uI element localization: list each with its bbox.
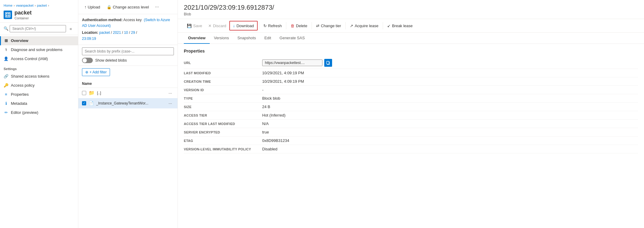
prop-val-type: Block blob <box>262 96 638 101</box>
copy-url-button[interactable] <box>324 59 332 67</box>
tab-snapshots[interactable]: Snapshots <box>233 33 260 44</box>
svg-rect-2 <box>8 13 10 14</box>
toggle-knob <box>83 58 87 63</box>
middle-pane: ↑ Upload 🔒 Change access level ··· Authe… <box>78 0 178 228</box>
delete-button[interactable]: 🗑 Delete <box>287 22 310 30</box>
download-button[interactable]: ↓ Download <box>229 21 258 31</box>
prop-row-creation-time: CREATION TIME 10/29/2021, 4:09:19 PM <box>184 77 638 86</box>
prop-val-access-tier: Hot (Inferred) <box>262 113 638 117</box>
folder-icon: 📁 <box>89 90 95 96</box>
save-button[interactable]: 💾 Save <box>184 22 205 30</box>
location-2021[interactable]: 2021 <box>113 31 121 35</box>
auth-row: Authentication method: Access key (Switc… <box>82 17 174 29</box>
break-lease-button[interactable]: ↙ Break lease <box>384 22 416 30</box>
file-checkbox-blob1[interactable] <box>82 101 86 105</box>
grid-icon: ⊞ <box>4 38 8 43</box>
name-col-label: Name <box>82 82 92 86</box>
blob-search-input[interactable] <box>82 47 174 55</box>
discard-icon: ✕ <box>208 24 212 28</box>
blob-icon: 📄 <box>89 101 94 106</box>
tab-edit[interactable]: Edit <box>260 33 275 44</box>
prop-val-immutability: Disabled <box>262 147 638 151</box>
acquire-lease-label: Acquire lease <box>355 24 379 28</box>
save-label: Save <box>193 24 202 28</box>
sidebar-item-diagnose[interactable]: ⚕ Diagnose and solve problems <box>0 45 78 54</box>
url-value: https://vwanpackettest.... <box>262 59 322 66</box>
break-lease-label: Break lease <box>392 24 413 28</box>
acquire-lease-button[interactable]: ↗ Acquire lease <box>347 22 382 30</box>
add-filter-button[interactable]: ⊕ + Add filter <box>82 68 110 76</box>
tab-overview[interactable]: Overview <box>184 33 210 44</box>
sidebar-item-label-metadata: Metadata <box>11 101 27 106</box>
prop-key-server-encrypted: SERVER ENCRYPTED <box>184 130 262 134</box>
change-tier-button[interactable]: ⇄ Change tier <box>313 22 344 30</box>
sidebar-item-metadata[interactable]: ℹ Metadata <box>0 99 78 108</box>
tab-generate-sas[interactable]: Generate SAS <box>275 33 309 44</box>
stethoscope-icon: ⚕ <box>4 47 8 52</box>
search-input[interactable] <box>10 25 66 32</box>
location-10[interactable]: 10 <box>124 31 128 35</box>
container-svg <box>5 12 11 18</box>
prop-val-version-id: - <box>262 88 638 92</box>
location-packet[interactable]: packet <box>99 31 110 35</box>
file-name-parent: [..] <box>97 91 164 95</box>
sidebar-header: Home › vwanpacket › packet › packet Cont… <box>0 0 78 23</box>
file-item-parent[interactable]: 📁 [..] ··· <box>78 88 177 98</box>
page-subtitle: Container <box>14 16 32 20</box>
file-more-blob1[interactable]: ··· <box>167 100 174 106</box>
refresh-button[interactable]: ↻ Refresh <box>260 22 285 30</box>
right-content: Properties URL https://vwanpackettest...… <box>178 44 644 228</box>
toolbar-separator-5 <box>383 22 383 29</box>
sidebar-item-label-diagnose: Diagnose and solve problems <box>11 47 62 52</box>
file-name-blob1: _Instance_GatewayTenantWor... <box>96 101 164 105</box>
svg-rect-4 <box>8 15 10 17</box>
location-time[interactable]: 23:09:19 <box>82 37 96 41</box>
people-icon: 👤 <box>4 56 8 61</box>
upload-icon: ↑ <box>84 5 86 9</box>
sidebar-item-editor[interactable]: ✏ Editor (preview) <box>0 108 78 117</box>
file-checkbox-parent[interactable] <box>82 91 86 95</box>
middle-more-button[interactable]: ··· <box>153 3 161 11</box>
toggle-row: Show deleted blobs <box>82 58 174 63</box>
change-access-button[interactable]: 🔒 Change access level <box>104 3 151 11</box>
prop-row-access-tier: ACCESS TIER Hot (Inferred) <box>184 111 638 120</box>
toolbar-separator-4 <box>345 22 346 29</box>
sidebar-item-properties[interactable]: ≡ Properties <box>0 90 78 99</box>
sidebar-item-label-editor: Editor (preview) <box>11 110 38 115</box>
middle-info: Authentication method: Access key (Switc… <box>78 14 177 45</box>
discard-button[interactable]: ✕ Discard <box>205 22 229 30</box>
auth-label: Authentication method: <box>82 18 123 22</box>
acquire-lease-icon: ↗ <box>350 24 353 28</box>
sidebar-item-iam[interactable]: 👤 Access Control (IAM) <box>0 54 78 63</box>
container-icon <box>4 11 12 19</box>
breadcrumb: Home › vwanpacket › packet › <box>4 4 74 7</box>
prop-row-type: TYPE Block blob <box>184 94 638 103</box>
sidebar-item-access-policy[interactable]: 🔑 Access policy <box>0 81 78 90</box>
sidebar-item-overview[interactable]: ⊞ Overview <box>0 36 78 45</box>
tab-versions[interactable]: Versions <box>210 33 233 44</box>
prop-val-access-tier-modified: N/A <box>262 121 638 126</box>
edit-icon: ✏ <box>4 110 8 115</box>
sidebar: Home › vwanpacket › packet › packet Cont… <box>0 0 78 228</box>
breadcrumb-home[interactable]: Home <box>4 4 12 7</box>
file-item-blob1[interactable]: 📄 _Instance_GatewayTenantWor... ··· <box>78 98 177 108</box>
title-text: packet Container <box>14 10 32 20</box>
location-29[interactable]: 29 <box>131 31 135 35</box>
sidebar-item-shared-tokens[interactable]: 🔗 Shared access tokens <box>0 72 78 81</box>
file-list: Name 📁 [..] ··· 📄 _Instance_GatewayTenan… <box>78 79 177 228</box>
collapse-sidebar-button[interactable]: « <box>67 25 74 32</box>
right-toolbar: 💾 Save ✕ Discard ↓ Download ↻ Refresh 🗑 … <box>178 19 644 33</box>
right-tabs: Overview Versions Snapshots Edit Generat… <box>178 33 644 44</box>
prop-val-last-modified: 10/29/2021, 4:09:19 PM <box>262 71 638 75</box>
prop-key-access-tier-modified: ACCESS TIER LAST MODIFIED <box>184 122 262 126</box>
location-row: Location: packet / 2021 / 10 / 29 / <box>82 30 174 36</box>
prop-val-size: 24 B <box>262 104 638 109</box>
show-deleted-toggle[interactable] <box>82 58 93 63</box>
properties-table: URL https://vwanpackettest.... LAST MODI… <box>184 57 638 153</box>
upload-button[interactable]: ↑ Upload <box>82 3 102 11</box>
save-icon: 💾 <box>187 24 192 28</box>
breadcrumb-packet[interactable]: packet <box>37 4 47 7</box>
breadcrumb-vwanpacket[interactable]: vwanpacket <box>16 4 33 7</box>
file-more-parent[interactable]: ··· <box>167 90 174 96</box>
discard-label: Discard <box>213 24 226 28</box>
